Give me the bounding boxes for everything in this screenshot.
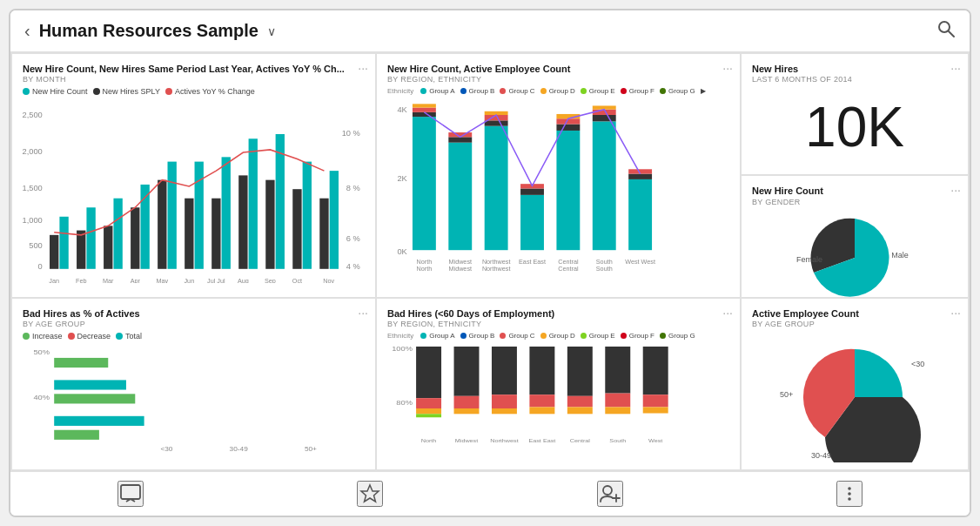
legend-dot	[23, 333, 30, 340]
legend-dot	[23, 88, 30, 95]
legend-groupE: Group E	[581, 87, 615, 95]
legend-total: Total	[116, 332, 142, 341]
svg-text:8 %: 8 %	[346, 184, 360, 193]
add-person-icon	[599, 482, 621, 505]
svg-text:500: 500	[29, 240, 43, 250]
legend-dot	[460, 88, 467, 94]
card3-title: New Hires	[752, 63, 957, 75]
svg-rect-132	[643, 407, 668, 413]
svg-rect-77	[593, 115, 616, 121]
card5-chart: 100% 80%	[387, 343, 729, 446]
search-button[interactable]	[936, 19, 956, 43]
svg-text:Feb: Feb	[76, 277, 86, 283]
comment-button[interactable]	[117, 481, 144, 507]
card4-menu[interactable]: ···	[358, 306, 368, 320]
svg-rect-130	[643, 347, 668, 394]
card2-menu[interactable]: ···	[722, 61, 733, 75]
card6-title: Active Employee Count	[752, 307, 957, 320]
svg-text:Mar: Mar	[103, 277, 114, 283]
svg-text:Central: Central	[558, 266, 579, 273]
svg-rect-33	[330, 171, 339, 269]
svg-text:50+: 50+	[780, 390, 793, 399]
legend-c5-groupG: Group G	[660, 332, 695, 340]
title-chevron-icon[interactable]: ∨	[267, 24, 276, 38]
svg-text:<30: <30	[160, 446, 172, 451]
legend-item-new-hire-count: New Hire Count	[23, 87, 88, 96]
svg-text:Midwest: Midwest	[455, 438, 479, 443]
legend-groupB: Group B	[460, 87, 495, 95]
svg-text:30-49: 30-49	[811, 451, 831, 460]
svg-text:50%: 50%	[33, 348, 50, 356]
legend-c5-groupD: Group D	[540, 332, 575, 340]
svg-text:Northwest: Northwest	[482, 266, 511, 273]
svg-rect-23	[195, 162, 204, 269]
legend-dot	[116, 333, 123, 340]
legend-dot	[460, 333, 467, 339]
card-gender: New Hire Count BY GENDER ··· Female Male	[742, 176, 968, 296]
svg-rect-129	[605, 407, 630, 414]
svg-rect-18	[131, 208, 139, 270]
legend-dot	[500, 88, 506, 94]
svg-point-149	[848, 492, 851, 496]
card-active-employee: Active Employee Count BY AGE GROUP ··· <…	[742, 299, 968, 469]
more-icon	[838, 482, 861, 505]
svg-point-150	[848, 497, 851, 501]
svg-rect-60	[413, 108, 436, 112]
svg-rect-15	[86, 208, 95, 270]
svg-rect-115	[454, 347, 480, 396]
legend-dot	[660, 333, 666, 339]
star-button[interactable]	[357, 481, 383, 507]
svg-text:Sep: Sep	[265, 277, 276, 283]
svg-text:40%: 40%	[33, 394, 50, 401]
svg-rect-65	[485, 126, 508, 251]
svg-rect-72	[556, 131, 580, 250]
svg-text:Apr: Apr	[131, 277, 141, 283]
legend-dot	[68, 333, 75, 340]
svg-text:2,500: 2,500	[23, 110, 43, 119]
svg-rect-101	[54, 380, 126, 389]
card-gender-menu[interactable]: ···	[950, 183, 961, 197]
legend-dot	[420, 88, 426, 94]
svg-rect-99	[54, 358, 108, 368]
svg-text:South: South	[596, 266, 613, 273]
legend-groupD: Group D	[540, 87, 575, 95]
svg-text:80%: 80%	[396, 400, 413, 407]
svg-text:6 %: 6 %	[346, 233, 360, 243]
svg-text:2K: 2K	[397, 173, 407, 183]
right-column: New Hires LAST 6 MONTHS OF 2014 ··· 10K …	[742, 54, 968, 297]
card5-menu[interactable]: ···	[722, 306, 733, 320]
svg-rect-114	[416, 414, 441, 417]
card3-menu[interactable]: ···	[950, 61, 961, 75]
svg-rect-126	[567, 407, 593, 414]
card5-title: Bad Hires (<60 Days of Employment)	[387, 307, 729, 320]
svg-text:1,500: 1,500	[23, 184, 43, 193]
svg-text:Midwest: Midwest	[449, 266, 472, 273]
svg-text:2,000: 2,000	[23, 146, 43, 156]
svg-text:100%: 100%	[392, 346, 413, 353]
card6-menu[interactable]: ···	[950, 306, 961, 320]
card-new-hire-region: New Hire Count, Active Employee Count BY…	[377, 54, 740, 297]
header: ‹ Human Resources Sample ∨	[10, 10, 970, 52]
svg-text:Jul Jul: Jul Jul	[207, 277, 225, 283]
legend-item-sply: New Hires SPLY	[93, 87, 160, 96]
legend-c5-groupF: Group F	[621, 332, 654, 340]
svg-text:Female: Female	[796, 255, 822, 264]
svg-text:North: North	[421, 438, 437, 443]
card1-chart: 2,500 2,000 1,500 1,000 500 0 10 % 8 % 6…	[23, 99, 365, 283]
legend-dot	[420, 333, 426, 339]
card4-title: Bad Hires as % of Actives	[23, 307, 365, 320]
card1-menu[interactable]: ···	[358, 61, 368, 75]
back-button[interactable]: ‹	[24, 21, 30, 41]
svg-text:Jan: Jan	[49, 277, 59, 283]
svg-text:<30: <30	[911, 360, 924, 368]
svg-point-148	[848, 487, 851, 490]
add-person-button[interactable]	[597, 481, 623, 507]
legend-groupG: Group G	[660, 87, 695, 95]
svg-text:South: South	[609, 438, 626, 443]
svg-text:4 %: 4 %	[346, 261, 360, 271]
svg-marker-144	[361, 485, 379, 502]
more-button[interactable]	[836, 481, 863, 507]
svg-rect-58	[413, 117, 436, 250]
svg-rect-32	[319, 199, 328, 269]
legend-decrease: Decrease	[68, 332, 111, 341]
